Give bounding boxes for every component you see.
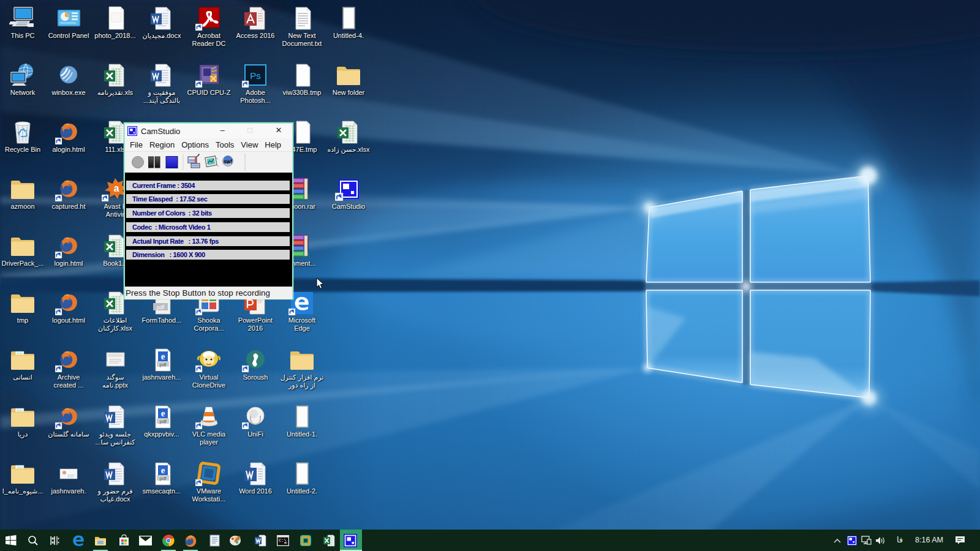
svg-text:pdf: pdf xyxy=(159,476,167,481)
svg-text:pdf: pdf xyxy=(159,419,167,424)
svg-text:e: e xyxy=(161,351,165,361)
svg-text:a: a xyxy=(114,183,119,193)
svg-text:e: e xyxy=(161,408,165,418)
svg-text:C:\: C:\ xyxy=(279,538,287,543)
svg-text:swf: swf xyxy=(223,159,233,165)
svg-text:Ps: Ps xyxy=(250,70,261,81)
svg-text:e: e xyxy=(161,465,165,475)
svg-text:pdf: pdf xyxy=(159,362,167,367)
svg-text:pdf: pdf xyxy=(157,304,165,310)
